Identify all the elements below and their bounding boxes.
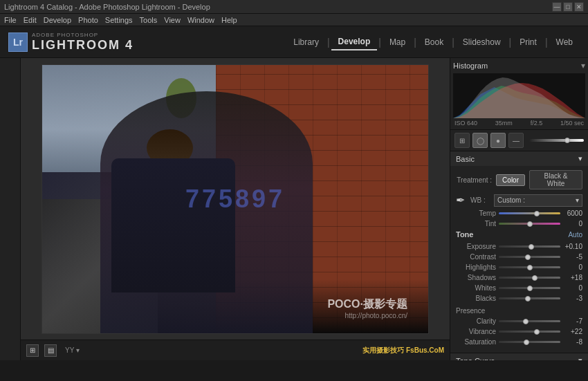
vibrance-slider-row: Vibrance +22	[456, 328, 582, 335]
temp-track[interactable]	[499, 212, 560, 214]
tab-book[interactable]: Book	[418, 35, 450, 50]
close-button[interactable]: ✕	[574, 2, 584, 12]
vibrance-track[interactable]	[499, 331, 560, 333]
auto-btn[interactable]: Auto	[568, 231, 582, 239]
blacks-track[interactable]	[499, 297, 560, 299]
exposure-track[interactable]	[499, 245, 560, 248]
temp-label: Temp	[456, 210, 496, 217]
brush-tool[interactable]: —	[508, 133, 524, 148]
highlights-slider-row: Highlights 0	[456, 263, 582, 271]
menu-edit[interactable]: Edit	[24, 16, 37, 24]
spot-tool[interactable]: ◯	[472, 133, 488, 148]
iso-info: ISO 640	[454, 120, 477, 127]
eyedropper-icon[interactable]: ✒	[456, 194, 465, 207]
zoom-label: YY ▾	[65, 346, 80, 354]
menu-photo[interactable]: Photo	[78, 16, 98, 24]
shutter-info: 1/50 sec	[560, 120, 584, 127]
saturation-thumb[interactable]	[524, 340, 529, 345]
histogram-section: Histogram ▾ ISO 640	[450, 58, 588, 130]
view-btn-1[interactable]: ⊞	[26, 344, 39, 357]
redeye-tool[interactable]: ●	[490, 133, 506, 148]
tone-curve-header[interactable]: Tone Curve ▾	[450, 353, 588, 360]
clarity-track[interactable]	[499, 320, 560, 322]
shadows-value: +18	[563, 274, 582, 281]
whites-slider-row: Whites 0	[456, 284, 582, 292]
bottom-toolbar: ⊞ ▤ YY ▾ 实用摄影技巧 FsBus.CoM	[21, 340, 450, 360]
histogram-header: Histogram ▾	[453, 61, 585, 71]
tab-slideshow[interactable]: Slideshow	[456, 35, 508, 50]
tint-track[interactable]	[499, 223, 560, 225]
exposure-label: Exposure	[456, 243, 496, 250]
saturation-track[interactable]	[499, 341, 560, 343]
contrast-thumb[interactable]	[525, 254, 531, 260]
tab-develop[interactable]: Develop	[331, 34, 378, 50]
main-content: 775897 POCO·摄影专题 http://photo.poco.cn/ ⊞…	[0, 58, 588, 360]
presence-label: Presence	[456, 307, 485, 315]
highlights-thumb[interactable]	[527, 265, 533, 270]
menu-bar: File Edit Develop Photo Settings Tools V…	[0, 14, 588, 26]
logo-area: Lr ADOBE PHOTOSHOP LIGHTROOM 4	[8, 32, 134, 53]
basic-panel: Basic ▾ Treatment : Color Black & White …	[450, 151, 588, 353]
bw-treatment-btn[interactable]: Black & White	[529, 170, 582, 189]
blacks-slider-row: Blacks -3	[456, 295, 582, 302]
histogram-label: Histogram	[453, 62, 488, 70]
tab-print[interactable]: Print	[513, 35, 544, 50]
blacks-thumb[interactable]	[525, 296, 531, 301]
minimize-button[interactable]: —	[552, 2, 562, 12]
exposure-thumb[interactable]	[529, 244, 534, 250]
color-treatment-btn[interactable]: Color	[496, 174, 525, 186]
shadows-label: Shadows	[456, 274, 496, 281]
crop-tool[interactable]: ⊞	[454, 133, 470, 148]
tint-thumb[interactable]	[527, 221, 533, 227]
contrast-value: -5	[563, 253, 582, 261]
shadows-thumb[interactable]	[532, 275, 538, 281]
menu-tools[interactable]: Tools	[140, 16, 158, 24]
clarity-value: -7	[563, 317, 582, 325]
whites-track[interactable]	[499, 287, 560, 289]
maximize-button[interactable]: □	[563, 2, 573, 12]
tab-library[interactable]: Library	[286, 35, 326, 50]
photo-container: 775897 POCO·摄影专题 http://photo.poco.cn/	[21, 58, 450, 340]
temp-thumb[interactable]	[534, 211, 540, 216]
menu-file[interactable]: File	[4, 16, 17, 24]
tab-web[interactable]: Web	[549, 35, 580, 50]
clarity-label: Clarity	[456, 317, 496, 325]
menu-help[interactable]: Help	[221, 16, 237, 24]
exposure-value: +0.10	[563, 243, 582, 250]
menu-window[interactable]: Window	[187, 16, 214, 24]
menu-develop[interactable]: Develop	[44, 16, 71, 24]
tint-slider-row: Tint 0	[456, 220, 582, 227]
title-text: Lightroom 4 Catalog - Adobe Photoshop Li…	[4, 3, 210, 11]
logo-text-area: ADOBE PHOTOSHOP LIGHTROOM 4	[32, 32, 134, 53]
blacks-value: -3	[563, 295, 582, 302]
app-header: Lr ADOBE PHOTOSHOP LIGHTROOM 4 Library |…	[0, 26, 588, 58]
menu-settings[interactable]: Settings	[105, 16, 133, 24]
tools-row: ⊞ ◯ ● —	[450, 130, 588, 151]
basic-panel-header[interactable]: Basic ▾	[450, 151, 588, 166]
window-controls: — □ ✕	[552, 2, 584, 12]
view-btn-2[interactable]: ▤	[44, 344, 57, 357]
contrast-track[interactable]	[499, 256, 560, 258]
tab-map[interactable]: Map	[383, 35, 412, 50]
clarity-thumb[interactable]	[523, 319, 529, 324]
vibrance-thumb[interactable]	[534, 329, 540, 335]
tone-label: Tone	[456, 230, 473, 239]
saturation-value: -8	[563, 338, 582, 346]
photo-frame: 775897 POCO·摄影专题 http://photo.poco.cn/	[42, 64, 429, 334]
treatment-label: Treatment :	[456, 176, 492, 184]
highlights-track[interactable]	[499, 266, 560, 268]
menu-view[interactable]: View	[164, 16, 181, 24]
shadows-track[interactable]	[499, 277, 560, 279]
blacks-label: Blacks	[456, 295, 496, 302]
histogram-expand-icon[interactable]: ▾	[581, 61, 585, 71]
saturation-slider-row: Saturation -8	[456, 338, 582, 346]
wb-select[interactable]: Custom : ▾	[494, 194, 582, 207]
histogram-info: ISO 640 35mm f/2.5 1/50 sec	[453, 120, 585, 127]
tone-curve-section: Tone Curve ▾	[450, 353, 588, 360]
tone-slider[interactable]	[529, 139, 584, 142]
saturation-label: Saturation	[456, 338, 496, 346]
whites-thumb[interactable]	[527, 286, 533, 291]
contrast-label: Contrast	[456, 253, 496, 261]
nav-sep-2: |	[378, 37, 381, 48]
nav-tabs: Library | Develop | Map | Book | Slidesh…	[286, 34, 580, 50]
